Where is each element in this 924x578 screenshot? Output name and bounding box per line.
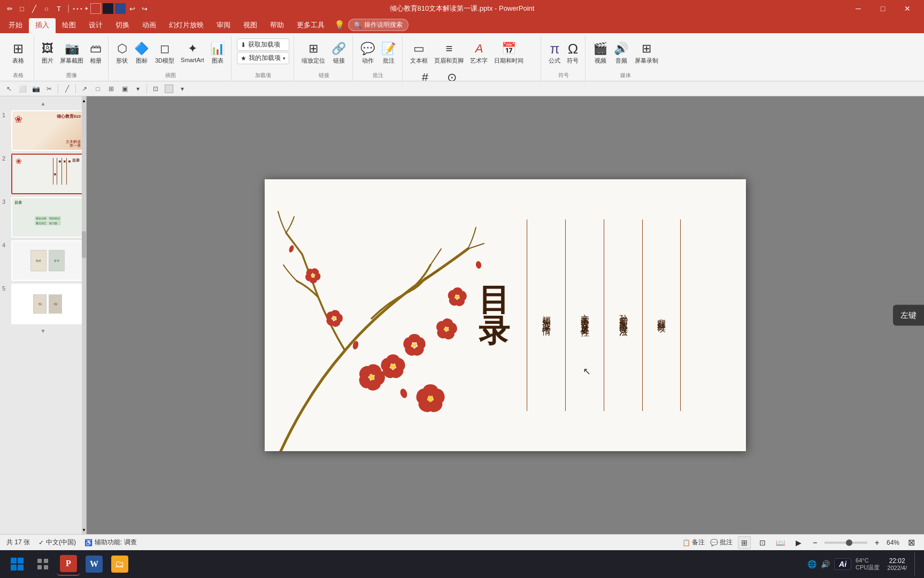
zoom-slider-thumb[interactable] (846, 539, 852, 546)
slides-scrollbar-down[interactable]: ▼ (82, 526, 86, 534)
slide-thumb-3[interactable]: 目录 课文分析 写作特点 重点词汇 练习题 (11, 197, 84, 238)
powerpoint-taskbar-btn[interactable]: P (57, 552, 80, 576)
draw-select-btn[interactable]: ↖ (3, 83, 15, 95)
zoom-button[interactable]: ⊞ 缩放定位 (299, 40, 327, 66)
header-footer-button[interactable]: ≡ 页眉和页脚 (432, 40, 466, 66)
wordart-button[interactable]: A 艺术字 (468, 40, 490, 66)
link-button[interactable]: 🔗 链接 (329, 40, 348, 66)
slide-canvas[interactable]: 目录 福师大专业二考情 文本解读含义及重要性 孙老师文本解读方法 (265, 179, 746, 451)
draw-camera-btn[interactable]: 📷 (30, 83, 42, 95)
notes-button[interactable]: 📋 备注 (682, 538, 705, 547)
screenrecord-button[interactable]: ⊞ 屏幕录制 (633, 40, 660, 66)
start-button[interactable] (5, 552, 29, 576)
zoom-slider[interactable] (825, 542, 867, 544)
tab-animations[interactable]: 动画 (136, 18, 163, 33)
draw-shape1-btn[interactable]: ⬜ (17, 83, 28, 95)
slide-thumb-1[interactable]: 倾心教育810 文本解读 第一课 ❀ (11, 110, 84, 151)
draw-group-btn[interactable]: ⊞ (105, 83, 117, 95)
textbox-button[interactable]: ▭ 文本框 (408, 40, 430, 66)
quick-access-icon[interactable]: ✏ (4, 3, 15, 14)
system-clock[interactable]: 22:02 2022/4/ (884, 556, 910, 572)
explorer-taskbar-btn[interactable]: 🗂 (108, 552, 132, 576)
slide-thumb-5[interactable]: 书1 书2 (11, 284, 84, 324)
tab-insert[interactable]: 插入 (29, 18, 56, 33)
slides-scroll-down[interactable]: ▼ (2, 328, 84, 334)
slide-item-2[interactable]: 2 ❀ 背影解读 孙老师文本 文本解读 福师大考情 目录 (2, 154, 84, 194)
accessibility-status[interactable]: ♿ 辅助功能: 调查 (84, 538, 137, 547)
fit-window-btn[interactable]: ⊠ (905, 536, 918, 549)
volume-icon[interactable]: 🔊 (821, 560, 830, 568)
quick-access-icon3[interactable]: ╱ (29, 3, 40, 14)
tab-draw[interactable]: 绘图 (56, 18, 82, 33)
draw-arrange-btn[interactable]: ⊡ (150, 83, 161, 95)
view-normal-btn[interactable]: ⊞ (738, 536, 751, 549)
action-button[interactable]: 💬 动作 (358, 40, 377, 66)
ribbon-search[interactable]: 🔍 操作说明搜索 (348, 19, 409, 31)
object-button[interactable]: ⊙ 对象 (444, 69, 460, 81)
close-button[interactable]: ✕ (895, 0, 920, 17)
3dmodel-button[interactable]: ◻ 3D模型 (153, 40, 176, 66)
my-addins-button[interactable]: ★ 我的加载项 ▾ (237, 52, 289, 64)
slides-scrollbar-thumb[interactable] (82, 231, 86, 258)
video-button[interactable]: 🎬 视频 (591, 40, 610, 66)
slide-item-1[interactable]: 1 倾心教育810 文本解读 第一课 ❀ (2, 110, 84, 151)
tab-more-tools[interactable]: 更多工具 (290, 18, 331, 33)
icons-button[interactable]: 🔷 图标 (132, 40, 151, 66)
picture-button[interactable]: 🖼 图片 (40, 40, 56, 66)
slide-item-4[interactable]: 4 教材 参考 (2, 240, 84, 281)
view-reading-btn[interactable]: 📖 (774, 536, 787, 549)
tab-review[interactable]: 审阅 (210, 18, 237, 33)
chart-button[interactable]: 📊 图表 (208, 40, 227, 66)
show-desktop-btn[interactable] (914, 552, 919, 576)
tab-help[interactable]: 帮助 (264, 18, 290, 33)
tab-transitions[interactable]: 切换 (109, 18, 136, 33)
comments-button[interactable]: 💬 批注 (710, 538, 733, 547)
slide-item-3[interactable]: 3 目录 课文分析 写作特点 重点词汇 练习题 (2, 197, 84, 238)
shapes-button[interactable]: ⬡ 形状 (114, 40, 130, 66)
tab-design[interactable]: 设计 (82, 18, 109, 33)
equation-button[interactable]: π 公式 (546, 40, 563, 66)
tab-slideshow[interactable]: 幻灯片放映 (163, 18, 210, 33)
zoom-plus-btn[interactable]: + (873, 538, 881, 547)
slides-scrollbar-up[interactable]: ▲ (82, 96, 86, 105)
word-taskbar-btn[interactable]: W (82, 552, 106, 576)
zoom-minus-btn[interactable]: − (811, 538, 819, 547)
slides-scroll-up[interactable]: ▲ (2, 101, 84, 107)
datetime-button[interactable]: 📅 日期和时间 (492, 40, 526, 66)
draw-more-btn[interactable]: ▾ (132, 83, 144, 95)
draw-connector-btn[interactable]: ↗ (79, 83, 90, 95)
draw-rect-btn[interactable]: □ (92, 83, 104, 95)
quick-access-icon2[interactable]: □ (17, 3, 27, 14)
minimize-button[interactable]: ─ (846, 0, 871, 17)
tab-start[interactable]: 开始 (2, 18, 29, 33)
get-addins-button[interactable]: ⬇ 获取加载项 (237, 39, 289, 51)
quick-access-dark[interactable] (103, 3, 113, 14)
slide-thumb-4[interactable]: 教材 参考 (11, 240, 84, 281)
quick-access-icon4[interactable]: ○ (41, 3, 52, 14)
ai-badge[interactable]: Ai (834, 558, 851, 570)
comment-button[interactable]: 📝 批注 (379, 40, 398, 66)
album-button[interactable]: 🗃 相册 (88, 40, 104, 66)
quick-access-blue[interactable] (115, 3, 126, 14)
draw-color1-btn[interactable] (163, 83, 175, 95)
network-icon[interactable]: 🌐 (807, 560, 817, 568)
slidenumber-button[interactable]: # 幻灯片编号 (408, 69, 442, 81)
quick-access-more[interactable]: • • • (73, 5, 82, 12)
draw-crop-btn[interactable]: ✂ (43, 83, 55, 95)
quick-access-more2[interactable]: ✦ (84, 5, 89, 12)
slides-scrollbar[interactable]: ▲ ▼ (82, 96, 86, 534)
slide-item-5[interactable]: 5 书1 书2 (2, 284, 84, 324)
screenshot-button[interactable]: 📷 屏幕截图 (58, 40, 86, 66)
quick-access-color[interactable] (90, 3, 101, 14)
view-presenter-btn[interactable]: ▶ (792, 536, 805, 549)
zoom-level[interactable]: 64% (887, 539, 899, 546)
tab-view[interactable]: 视图 (237, 18, 264, 33)
view-grid-btn[interactable]: ⊡ (756, 536, 769, 549)
table-button[interactable]: ⊞ 表格 (9, 40, 27, 66)
quick-access-undo[interactable]: ↩ (127, 3, 138, 14)
smartart-button[interactable]: ✦ SmartArt (179, 40, 206, 65)
quick-access-redo[interactable]: ↪ (140, 3, 150, 14)
task-view-button[interactable] (31, 552, 55, 576)
draw-more2-btn[interactable]: ▾ (176, 83, 188, 95)
audio-button[interactable]: 🔊 音频 (612, 40, 630, 66)
